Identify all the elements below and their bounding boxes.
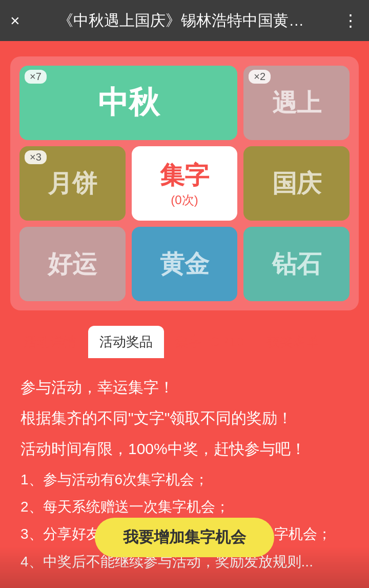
close-icon[interactable]: × (10, 11, 20, 30)
float-btn-wrap: 我要增加集字机会 (95, 518, 274, 557)
content-para-0: 参与活动，幸运集字！ (20, 374, 348, 401)
tile-grid: ×7 中秋 ×2 遇上 ×3 月饼 集字 (0次) (19, 66, 350, 301)
tile-guoqing-label: 国庆 (272, 167, 321, 200)
tile-haoyun-label: 好运 (48, 248, 97, 281)
tile-jizi-sublabel: (0次) (171, 192, 198, 208)
content-item-1: 2、每天系统赠送一次集字机会； (20, 493, 348, 520)
tab-prizes[interactable]: 活动奖品 (88, 326, 164, 358)
tile-jizi-inner: 集字 (0次) (160, 159, 209, 208)
more-icon[interactable]: ⋮ (342, 11, 359, 30)
app-header: × 《中秋遇上国庆》锡林浩特中国黄… ⋮ (0, 0, 369, 41)
tile-huangjin-label: 黄金 (160, 248, 209, 281)
tile-jizi[interactable]: 集字 (0次) (132, 146, 238, 221)
tile-jizi-label: 集字 (160, 159, 209, 192)
add-jizi-button[interactable]: 我要增加集字机会 (95, 518, 274, 557)
tile-haoyun[interactable]: 好运 (19, 227, 126, 301)
tile-yuebing-label: 月饼 (48, 167, 97, 200)
tile-zhongqiu-badge: ×7 (25, 70, 47, 84)
tile-yuebing[interactable]: ×3 月饼 (19, 146, 126, 221)
tile-shangshang-badge: ×2 (249, 70, 271, 84)
page-title: 《中秋遇上国庆》锡林浩特中国黄… (28, 10, 334, 31)
tile-shangshang-label: 遇上 (272, 87, 321, 120)
tile-guoqing[interactable]: 国庆 (243, 146, 350, 221)
tabs-row: 活动详情 活动奖品 集字TOP10 获奖名单 (10, 326, 359, 358)
tile-yuebing-badge: ×3 (25, 150, 47, 164)
tile-shangshang[interactable]: ×2 遇上 (243, 66, 350, 140)
tab-winners[interactable]: 获奖名单 (255, 326, 331, 358)
content-item-0: 1、参与活动有6次集字机会； (20, 466, 348, 493)
tile-zhongqiu[interactable]: ×7 中秋 (19, 66, 237, 140)
content-para-1: 根据集齐的不同"文字"领取不同的奖励！ (20, 404, 348, 432)
tile-grid-container: ×7 中秋 ×2 遇上 ×3 月饼 集字 (0次) (10, 56, 359, 310)
tile-huangjin[interactable]: 黄金 (132, 227, 238, 301)
tile-zuanshi-label: 钻石 (272, 248, 321, 281)
main-content: ×7 中秋 ×2 遇上 ×3 月饼 集字 (0次) (0, 41, 369, 588)
tile-zhongqiu-label: 中秋 (98, 82, 159, 124)
tab-top10[interactable]: 集字TOP10 (164, 326, 255, 358)
tile-zuanshi[interactable]: 钻石 (243, 227, 350, 301)
content-para-2: 活动时间有限，100%中奖，赶快参与吧！ (20, 435, 348, 463)
tab-details[interactable]: 活动详情 (12, 326, 88, 358)
